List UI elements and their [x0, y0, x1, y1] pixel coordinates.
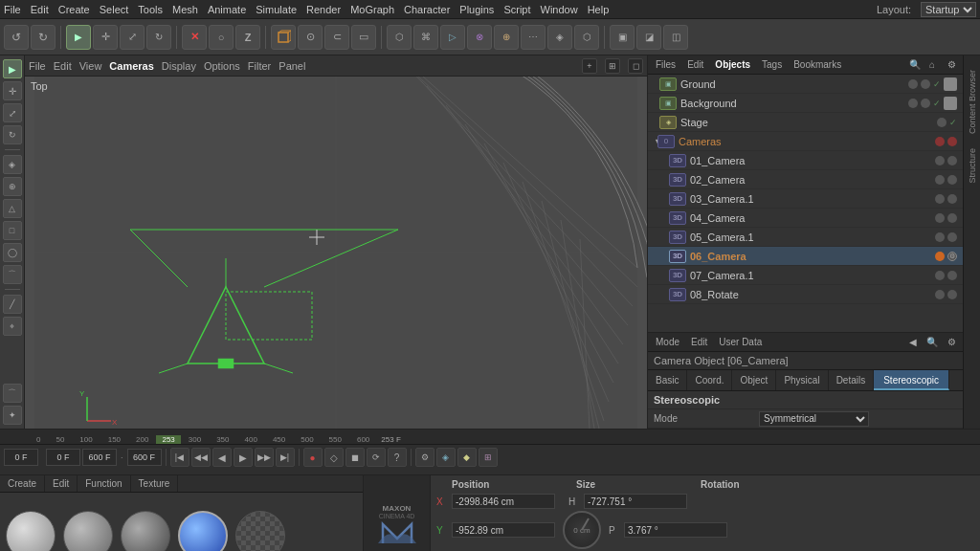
add-cube-btn[interactable]: [271, 25, 296, 50]
left-tool-5[interactable]: ◈: [3, 155, 22, 174]
transport-question-btn[interactable]: ?: [388, 448, 407, 467]
frame-input-2[interactable]: [46, 449, 80, 466]
attr-tab-object[interactable]: Object: [732, 370, 776, 390]
undo-btn[interactable]: ↺: [4, 25, 29, 50]
attr-select-mode[interactable]: Symmetrical: [759, 411, 869, 427]
scale-tool-btn[interactable]: ⤢: [120, 25, 145, 50]
layout-select[interactable]: Startup: [921, 2, 976, 17]
side-vtab-structure[interactable]: Structure: [966, 143, 979, 189]
render2-btn[interactable]: ◪: [636, 25, 661, 50]
tool5-btn[interactable]: ⬡: [387, 25, 412, 50]
select-tool-btn[interactable]: ▶: [66, 25, 91, 50]
left-tool-4[interactable]: ↻: [3, 125, 22, 144]
mat-item-mat2[interactable]: Mat.2: [121, 511, 170, 551]
transport-extra-1[interactable]: ⚙: [415, 448, 434, 467]
left-tool-8[interactable]: □: [3, 221, 22, 240]
list-item[interactable]: 3D 04_Camera: [648, 209, 963, 228]
list-item[interactable]: ▣ Ground ✓: [648, 75, 963, 94]
x-tool-btn[interactable]: ✕: [182, 25, 207, 50]
transform-input-p[interactable]: [624, 522, 727, 538]
redo-btn[interactable]: ↻: [31, 25, 56, 50]
transform-input-h[interactable]: [584, 494, 687, 509]
transport-play-btn[interactable]: ▶: [234, 448, 253, 467]
render3-btn[interactable]: ◫: [663, 25, 688, 50]
null-btn[interactable]: ○: [209, 25, 234, 50]
menu-tools[interactable]: Tools: [138, 4, 163, 15]
viewport-tab-display[interactable]: Display: [162, 60, 196, 72]
tool8-btn[interactable]: ⊗: [467, 25, 492, 50]
list-item[interactable]: 3D 07_Camera.1: [648, 266, 963, 285]
viewport-tab-options[interactable]: Options: [204, 60, 240, 72]
side-vtab-content-browser[interactable]: Content Browser: [965, 61, 980, 143]
tool12-btn[interactable]: ⬡: [574, 25, 599, 50]
list-item[interactable]: 3D 05_Camera.1: [648, 228, 963, 247]
viewport-tab-filter[interactable]: Filter: [248, 60, 271, 72]
list-item[interactable]: ◈ Stage ✓: [648, 113, 963, 132]
left-tool-11[interactable]: ╱: [3, 295, 22, 314]
viewport-ctrl-3[interactable]: ◻: [628, 58, 643, 74]
add-cylinder-btn[interactable]: ⊂: [324, 25, 349, 50]
mat-tab-function[interactable]: Function: [78, 475, 130, 492]
mat-item-product[interactable]: Product: [63, 511, 113, 551]
frame-input-start[interactable]: [4, 449, 38, 466]
tool6-btn[interactable]: ⌘: [413, 25, 438, 50]
mat-tab-create[interactable]: Create: [0, 475, 45, 492]
attrs-tab-userdata[interactable]: User Data: [715, 337, 766, 347]
transport-next-btn[interactable]: ▶▶: [255, 448, 274, 467]
list-item-active[interactable]: 3D 06_Camera ⚙: [648, 247, 963, 266]
list-item[interactable]: ▼ 0 Cameras: [648, 132, 963, 151]
render-btn[interactable]: ▣: [610, 25, 635, 50]
mat-item-lightm[interactable]: Light M: [6, 511, 56, 551]
menu-mesh[interactable]: Mesh: [172, 4, 198, 15]
viewport-tab-view[interactable]: View: [79, 60, 102, 72]
tool9-btn[interactable]: ⊕: [494, 25, 519, 50]
tool7-btn[interactable]: ▷: [440, 25, 465, 50]
left-tool-12[interactable]: ⌖: [3, 317, 22, 336]
left-tool-6[interactable]: ⊕: [3, 177, 22, 196]
move-tool-btn[interactable]: ✛: [93, 25, 118, 50]
transport-loop-btn[interactable]: ⟳: [367, 448, 386, 467]
viewport-tab-panel[interactable]: Panel: [278, 60, 305, 72]
list-item[interactable]: 3D 03_Camera.1: [648, 189, 963, 209]
menu-file[interactable]: File: [4, 4, 21, 15]
menu-character[interactable]: Character: [404, 4, 450, 15]
frame-input-end[interactable]: [82, 449, 117, 466]
transport-anim-btn[interactable]: ⏹: [345, 448, 365, 467]
transport-end-btn[interactable]: ▶|: [276, 448, 295, 467]
mat-tab-edit[interactable]: Edit: [45, 475, 78, 492]
attr-tab-stereoscopic[interactable]: Stereoscopic: [874, 370, 949, 390]
transport-prev-btn[interactable]: ◀◀: [191, 448, 211, 467]
left-tool-wand[interactable]: ✦: [3, 406, 22, 425]
transport-keyframe-btn[interactable]: ◇: [324, 448, 344, 467]
viewport-tab-edit[interactable]: Edit: [54, 60, 72, 72]
left-tool-3[interactable]: ⤢: [3, 103, 22, 122]
attrs-tab-mode[interactable]: Mode: [652, 337, 683, 347]
transport-start-btn[interactable]: |◀: [170, 448, 189, 467]
attrs-search-icon[interactable]: 🔍: [924, 335, 940, 350]
menu-animate[interactable]: Animate: [208, 4, 246, 15]
menu-simulate[interactable]: Simulate: [256, 4, 297, 15]
menu-edit[interactable]: Edit: [31, 4, 49, 15]
obj-tab-files[interactable]: Files: [652, 59, 679, 70]
viewport-ctrl-2[interactable]: ⊞: [605, 58, 620, 74]
menu-script[interactable]: Script: [503, 4, 530, 15]
left-tool-2[interactable]: ✛: [3, 81, 22, 100]
viewport-tab-cameras[interactable]: Cameras: [109, 60, 153, 72]
attr-tab-details[interactable]: Details: [829, 370, 875, 390]
z-btn[interactable]: Z: [235, 25, 260, 50]
left-tool-10[interactable]: ⌒: [3, 265, 22, 284]
obj-tab-tags[interactable]: Tags: [758, 59, 786, 70]
attr-tab-physical[interactable]: Physical: [776, 370, 828, 390]
list-item[interactable]: 3D 01_Camera: [648, 151, 963, 170]
obj-tab-objects[interactable]: Objects: [711, 59, 754, 70]
left-tool-9[interactable]: ◯: [3, 243, 22, 262]
mat-item-mat1[interactable]: Mat.1: [178, 511, 228, 551]
transport-record-btn[interactable]: ●: [303, 448, 323, 467]
menu-window[interactable]: Window: [541, 4, 578, 15]
obj-gear-icon[interactable]: ⚙: [944, 57, 959, 73]
menu-plugins[interactable]: Plugins: [459, 4, 494, 15]
menu-select[interactable]: Select: [100, 4, 129, 15]
list-item[interactable]: 3D 02_Camera: [648, 170, 963, 189]
add-sphere-btn[interactable]: ⊙: [298, 25, 323, 50]
add-plane-btn[interactable]: ▭: [351, 25, 376, 50]
